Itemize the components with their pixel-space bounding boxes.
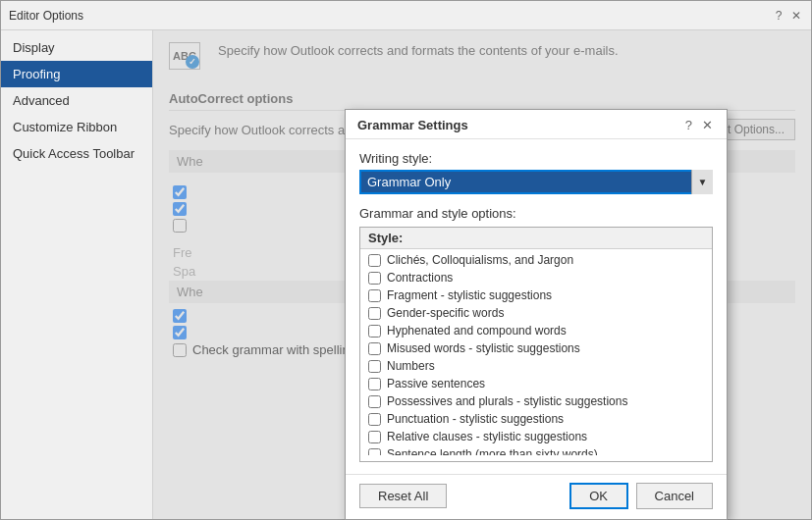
help-button[interactable]: ? xyxy=(772,9,785,23)
option-checkbox-11[interactable] xyxy=(368,448,381,456)
option-checkbox-0[interactable] xyxy=(368,254,381,267)
close-button[interactable]: ✕ xyxy=(789,9,803,23)
option-checkbox-4[interactable] xyxy=(368,325,381,338)
option-checkbox-6[interactable] xyxy=(368,360,381,373)
list-item: Sentence length (more than sixty words) xyxy=(360,445,712,455)
option-checkbox-10[interactable] xyxy=(368,431,381,443)
options-list-header: Style: xyxy=(360,228,712,249)
option-checkbox-1[interactable] xyxy=(368,272,381,285)
option-checkbox-5[interactable] xyxy=(368,342,381,355)
list-item: Gender-specific words xyxy=(360,304,712,322)
list-item: Possessives and plurals - stylistic sugg… xyxy=(360,392,712,410)
cancel-button[interactable]: Cancel xyxy=(636,483,713,509)
list-item: Numbers xyxy=(360,357,712,375)
list-item: Punctuation - stylistic suggestions xyxy=(360,410,712,428)
option-checkbox-9[interactable] xyxy=(368,413,381,426)
writing-style-select[interactable]: Grammar Only Grammar & Style Grammar & M… xyxy=(359,170,713,194)
dialog-footer: Reset All OK Cancel xyxy=(346,474,727,519)
dialog-close-button[interactable]: ✕ xyxy=(700,119,715,131)
option-checkbox-3[interactable] xyxy=(368,307,381,320)
list-item: Relative clauses - stylistic suggestions xyxy=(360,428,712,445)
list-item: Fragment - stylistic suggestions xyxy=(360,286,712,304)
main-window: Editor Options ? ✕ Display Proofing Adva… xyxy=(0,0,812,520)
footer-left: Reset All xyxy=(359,484,447,508)
grammar-options-label: Grammar and style options: xyxy=(359,206,713,221)
option-checkbox-2[interactable] xyxy=(368,289,381,302)
dialog-help-button[interactable]: ? xyxy=(683,119,694,131)
list-item: Passive sentences xyxy=(360,375,712,392)
dialog-controls: ? ✕ xyxy=(683,119,715,131)
list-item: Contractions xyxy=(360,269,712,286)
dialog-title-bar: Grammar Settings ? ✕ xyxy=(346,110,727,139)
options-list-container: Style: Clichés, Colloquialisms, and Jarg… xyxy=(359,227,713,462)
writing-style-label: Writing style: xyxy=(359,151,713,166)
dialog-title: Grammar Settings xyxy=(357,118,468,132)
sidebar-item-display[interactable]: Display xyxy=(1,34,152,61)
list-item: Hyphenated and compound words xyxy=(360,322,712,339)
list-item: Misused words - stylistic suggestions xyxy=(360,339,712,357)
title-bar-controls: ? ✕ xyxy=(772,9,803,23)
sidebar-item-proofing[interactable]: Proofing xyxy=(1,61,152,87)
ok-button[interactable]: OK xyxy=(569,483,628,509)
writing-style-wrapper: Grammar Only Grammar & Style Grammar & M… xyxy=(359,170,713,194)
footer-right: OK Cancel xyxy=(569,483,713,509)
sidebar: Display Proofing Advanced Customize Ribb… xyxy=(1,30,153,519)
main-content: ABC ✓ Specify how Outlook corrects and f… xyxy=(153,30,811,519)
sidebar-item-advanced[interactable]: Advanced xyxy=(1,87,152,114)
option-checkbox-8[interactable] xyxy=(368,395,381,408)
window-body: Display Proofing Advanced Customize Ribb… xyxy=(1,30,811,519)
dialog-body: Writing style: Grammar Only Grammar & St… xyxy=(346,139,727,474)
sidebar-item-quick-access[interactable]: Quick Access Toolbar xyxy=(1,140,152,167)
option-checkbox-7[interactable] xyxy=(368,378,381,390)
options-list[interactable]: Clichés, Colloquialisms, and Jargon Cont… xyxy=(360,249,712,455)
window-title: Editor Options xyxy=(9,9,83,23)
list-item: Clichés, Colloquialisms, and Jargon xyxy=(360,251,712,269)
sidebar-item-customize-ribbon[interactable]: Customize Ribbon xyxy=(1,114,152,140)
reset-all-button[interactable]: Reset All xyxy=(359,484,447,508)
grammar-settings-dialog: Grammar Settings ? ✕ Writing style: Gram… xyxy=(345,109,728,520)
title-bar: Editor Options ? ✕ xyxy=(1,1,811,30)
